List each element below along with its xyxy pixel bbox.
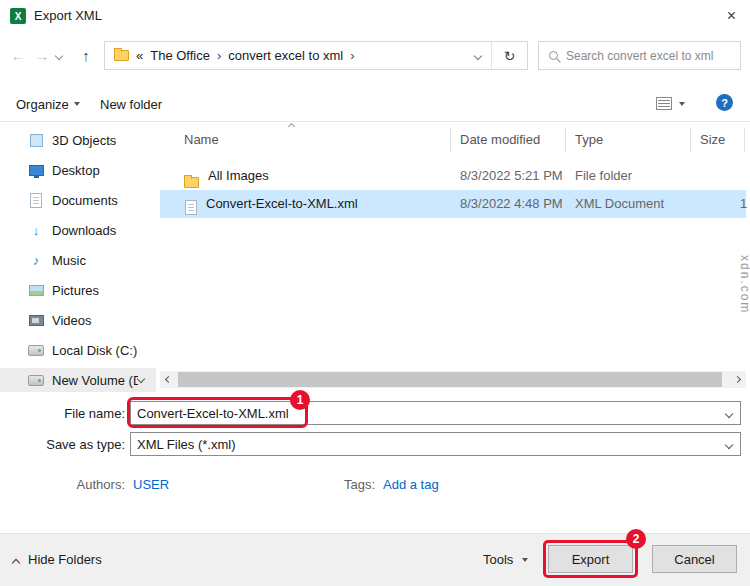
cancel-button[interactable]: Cancel <box>652 545 737 573</box>
sort-ascending-icon <box>288 123 295 130</box>
view-options-icon[interactable] <box>656 97 672 110</box>
breadcrumb: « The Office › convert excel to xml › <box>105 42 491 69</box>
organize-label: Organize <box>16 97 69 112</box>
excel-icon: X <box>10 8 26 24</box>
sidebar-item-pictures[interactable]: Pictures <box>0 276 156 304</box>
column-divider[interactable] <box>690 128 691 152</box>
up-icon[interactable]: ↑ <box>74 44 98 68</box>
save-as-type-dropdown-icon[interactable] <box>725 441 733 449</box>
breadcrumb-separator: › <box>350 48 354 63</box>
file-type: File folder <box>575 162 632 190</box>
file-type: XML Document <box>575 190 664 218</box>
column-header-date-modified[interactable]: Date modified <box>460 126 540 154</box>
export-xml-dialog: X Export XML × ← → ↑ « The Office › conv… <box>0 0 750 586</box>
close-icon[interactable]: × <box>727 0 736 32</box>
sidebar-item-label: Desktop <box>52 163 100 178</box>
file-name: All Images <box>208 162 269 190</box>
sidebar-item-desktop[interactable]: Desktop <box>0 156 156 184</box>
documents-icon <box>30 193 42 208</box>
sidebar-item-videos[interactable]: Videos <box>0 306 156 334</box>
pictures-icon <box>29 285 44 296</box>
column-divider[interactable] <box>450 128 451 152</box>
sidebar-item-new-volume-d[interactable]: New Volume (D: <box>0 368 156 392</box>
file-name-label: File name: <box>0 404 125 424</box>
column-header-type[interactable]: Type <box>575 126 603 154</box>
sidebar-item-documents[interactable]: Documents <box>0 186 156 214</box>
breadcrumb-separator: › <box>217 48 221 63</box>
scroll-right-icon[interactable] <box>729 371 746 388</box>
column-header-size[interactable]: Size <box>700 126 725 154</box>
address-bar: « The Office › convert excel to xml › ↻ <box>104 41 528 70</box>
folder-icon <box>184 177 199 188</box>
column-header-name[interactable]: Name <box>184 126 219 154</box>
help-icon[interactable]: ? <box>716 94 733 111</box>
search-input[interactable] <box>566 49 740 63</box>
watermark-text: xdn.com <box>738 255 750 314</box>
local-disk-icon <box>28 345 44 356</box>
scrollbar-thumb[interactable] <box>178 372 722 387</box>
file-name: Convert-Excel-to-XML.xml <box>206 190 358 218</box>
breadcrumb-prefix: « <box>136 48 143 63</box>
breadcrumb-item[interactable]: The Office <box>150 48 210 63</box>
save-as-type-combobox[interactable]: XML Files (*.xml) <box>130 432 741 456</box>
new-folder-button[interactable]: New folder <box>100 95 162 113</box>
column-divider[interactable] <box>565 128 566 152</box>
history-chevron-icon[interactable] <box>55 52 63 60</box>
desktop-icon <box>29 165 44 176</box>
window-title: Export XML <box>34 0 102 32</box>
3d-objects-icon <box>30 134 43 147</box>
new-folder-label: New folder <box>100 97 162 112</box>
tools-button[interactable]: Tools <box>483 551 513 569</box>
authors-value-link[interactable]: USER <box>133 475 169 495</box>
tags-label: Tags: <box>344 475 375 495</box>
videos-icon <box>29 315 44 326</box>
back-icon[interactable]: ← <box>6 44 30 68</box>
add-a-tag-link[interactable]: Add a tag <box>383 475 439 495</box>
titlebar: X Export XML × <box>0 0 750 32</box>
column-divider[interactable] <box>744 128 745 152</box>
downloads-icon: ↓ <box>33 224 40 237</box>
file-row-convert-excel-to-xml[interactable]: Convert-Excel-to-XML.xml 8/3/2022 4:48 P… <box>160 190 746 218</box>
file-name-input[interactable] <box>137 406 716 421</box>
refresh-icon[interactable]: ↻ <box>492 42 527 69</box>
export-button[interactable]: Export <box>548 545 633 573</box>
file-date-modified: 8/3/2022 4:48 PM <box>460 190 563 218</box>
authors-label: Authors: <box>0 475 125 495</box>
sidebar-item-local-disk-c[interactable]: Local Disk (C:) <box>0 336 156 364</box>
xml-file-icon <box>185 200 197 215</box>
new-volume-icon <box>28 375 44 386</box>
file-row-all-images[interactable]: All Images 8/3/2022 5:21 PM File folder <box>160 162 746 190</box>
sidebar-item-label: New Volume (D: <box>52 373 138 388</box>
search-box <box>538 41 741 70</box>
sidebar-item-music[interactable]: ♪ Music <box>0 246 156 274</box>
sidebar-item-label: Downloads <box>52 223 116 238</box>
organize-button[interactable]: Organize <box>16 95 80 113</box>
tools-caret-icon[interactable] <box>522 558 528 562</box>
music-icon: ♪ <box>33 254 40 267</box>
footer-bar <box>0 533 750 586</box>
file-date-modified: 8/3/2022 5:21 PM <box>460 162 563 190</box>
file-name-combobox[interactable] <box>130 401 741 425</box>
hide-folders-button[interactable]: Hide Folders <box>28 551 102 569</box>
address-dropdown-icon[interactable] <box>474 51 482 59</box>
save-as-type-label: Save as type: <box>0 435 125 455</box>
scroll-left-icon[interactable] <box>160 371 177 388</box>
sidebar-item-3d-objects[interactable]: 3D Objects <box>0 126 156 154</box>
horizontal-scrollbar <box>160 371 746 388</box>
sidebar-item-label: Pictures <box>52 283 99 298</box>
sidebar-item-label: Videos <box>52 313 92 328</box>
toolbar-divider <box>0 121 750 122</box>
forward-icon[interactable]: → <box>30 44 54 68</box>
sidebar-item-label: Documents <box>52 193 118 208</box>
sidebar-item-downloads[interactable]: ↓ Downloads <box>0 216 156 244</box>
search-icon <box>549 51 558 60</box>
file-name-dropdown-icon[interactable] <box>725 410 733 418</box>
file-size: 1 <box>740 190 748 218</box>
organize-caret-icon <box>74 102 80 106</box>
sidebar-item-label: 3D Objects <box>52 133 116 148</box>
view-options-caret-icon[interactable] <box>679 102 685 106</box>
breadcrumb-item[interactable]: convert excel to xml <box>228 48 343 63</box>
breadcrumb-folder-icon <box>114 50 129 61</box>
save-as-type-value: XML Files (*.xml) <box>137 437 235 452</box>
sidebar-item-label: Local Disk (C:) <box>52 343 137 358</box>
